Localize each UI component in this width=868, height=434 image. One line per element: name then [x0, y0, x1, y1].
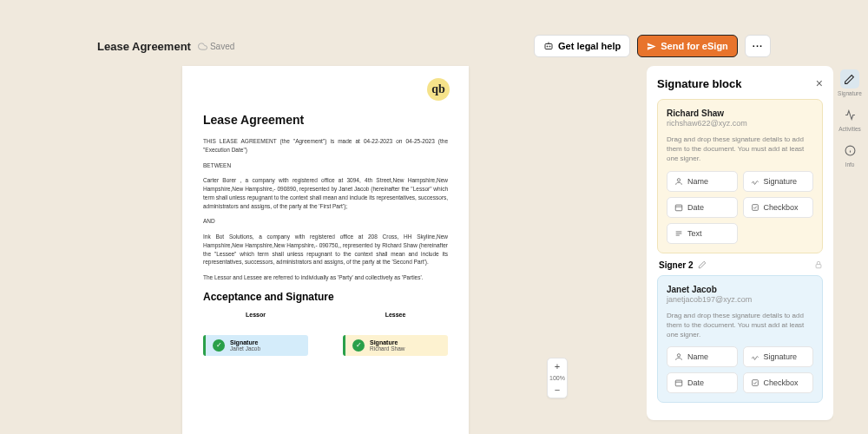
svg-rect-11: [816, 265, 821, 268]
document-title: Lease Agreement: [97, 40, 191, 53]
user-icon: [674, 352, 683, 361]
signature-label: Signature: [370, 339, 404, 345]
svg-point-12: [677, 354, 680, 357]
send-label: Send for eSign: [661, 41, 728, 51]
svg-point-2: [549, 46, 550, 47]
rail-label: Activities: [838, 126, 861, 132]
zoom-control: + 100% −: [547, 358, 568, 398]
signature-field-lessor[interactable]: ✓ Signature Janet Jacob: [203, 335, 308, 356]
legal-help-label: Get legal help: [558, 41, 621, 51]
field-date[interactable]: Date: [667, 372, 738, 393]
send-icon: [647, 42, 656, 51]
rail-label: Signature: [838, 90, 862, 96]
signature-label: Signature: [230, 339, 260, 345]
svg-point-4: [677, 178, 680, 181]
doc-heading: Lease Agreement: [203, 113, 448, 127]
brand-logo: qb: [427, 78, 450, 101]
signature-field-lessee[interactable]: ✓ Signature Richard Shaw: [343, 335, 448, 356]
field-signature[interactable]: Signature: [743, 171, 814, 192]
doc-subheading: Acceptance and Signature: [203, 291, 448, 303]
check-icon: ✓: [213, 339, 225, 352]
close-panel-button[interactable]: ×: [816, 76, 823, 90]
checkbox-icon: [751, 203, 760, 212]
svg-rect-15: [752, 380, 758, 386]
lock-icon: [814, 260, 823, 269]
signer-card-1: Richard Shaw richshaw622@xyz.com Drag an…: [657, 99, 823, 253]
signer-email: richshaw622@xyz.com: [667, 119, 813, 128]
cloud-icon: [198, 42, 207, 51]
send-for-esign-button[interactable]: Send for eSign: [637, 35, 738, 57]
signature-icon: [751, 352, 760, 361]
check-icon: ✓: [352, 339, 365, 352]
doc-paragraph: BETWEEN: [203, 161, 448, 170]
field-checkbox[interactable]: Checkbox: [743, 372, 814, 393]
text-icon: [674, 229, 683, 238]
checkbox-icon: [751, 378, 760, 387]
signature-signer-name: Richard Shaw: [370, 345, 404, 352]
signer-name: Richard Shaw: [667, 108, 813, 118]
doc-paragraph: The Lessor and Lessee are referred to in…: [203, 273, 448, 282]
svg-point-1: [547, 46, 548, 47]
signer-2-label: Signer 2: [659, 260, 693, 270]
activity-icon: [845, 109, 856, 121]
field-text[interactable]: Text: [667, 223, 738, 244]
get-legal-help-button[interactable]: Get legal help: [534, 35, 630, 57]
field-checkbox[interactable]: Checkbox: [743, 197, 814, 218]
more-options-button[interactable]: ···: [745, 35, 771, 57]
zoom-in-button[interactable]: +: [548, 358, 567, 374]
doc-paragraph: Ink Bot Solutions, a company with regist…: [203, 233, 448, 266]
info-icon: [845, 145, 856, 156]
signer-name: Janet Jacob: [667, 285, 813, 294]
signer-hint: Drag and drop these signature details to…: [667, 135, 813, 164]
edit-icon[interactable]: [698, 260, 707, 269]
user-icon: [674, 177, 683, 186]
document-page: qb Lease Agreement THIS LEASE AGREEMENT …: [182, 66, 469, 434]
doc-paragraph: THIS LEASE AGREEMENT (the "Agreement") i…: [203, 137, 448, 155]
signature-icon: [751, 177, 760, 186]
bot-icon: [543, 41, 554, 51]
doc-paragraph: Carter Borer , a company with registered…: [203, 176, 448, 210]
pen-icon: [844, 74, 855, 85]
rail-tab-info[interactable]: Info: [840, 141, 859, 168]
field-date[interactable]: Date: [667, 197, 738, 218]
signature-block-panel: Signature block × Richard Shaw richshaw6…: [647, 66, 833, 420]
signer-email: janetjacob197@xyz.com: [667, 295, 813, 304]
field-signature[interactable]: Signature: [743, 346, 814, 367]
signature-signer-name: Janet Jacob: [230, 345, 260, 352]
rail-tab-signature[interactable]: Signature: [838, 69, 862, 96]
rail-label: Info: [845, 161, 855, 168]
svg-rect-13: [675, 380, 682, 386]
calendar-icon: [674, 203, 683, 212]
zoom-percent: 100%: [549, 374, 565, 382]
dots-icon: ···: [753, 41, 763, 51]
zoom-out-button[interactable]: −: [548, 382, 567, 398]
lessor-heading: Lessor: [203, 312, 308, 318]
rail-tab-activities[interactable]: Activities: [838, 105, 861, 132]
lessee-heading: Lessee: [343, 312, 448, 318]
field-name[interactable]: Name: [667, 346, 738, 367]
svg-rect-0: [545, 44, 552, 49]
saved-label: Saved: [210, 42, 234, 51]
doc-paragraph: AND: [203, 217, 448, 226]
signer-hint: Drag and drop these signature details to…: [667, 311, 813, 340]
signer-card-2: Janet Jacob janetjacob197@xyz.com Drag a…: [657, 275, 823, 404]
field-name[interactable]: Name: [667, 171, 738, 192]
saved-indicator: Saved: [198, 42, 234, 51]
calendar-icon: [674, 378, 683, 387]
svg-rect-7: [752, 204, 758, 210]
svg-rect-5: [675, 205, 682, 211]
panel-title: Signature block: [657, 77, 742, 90]
